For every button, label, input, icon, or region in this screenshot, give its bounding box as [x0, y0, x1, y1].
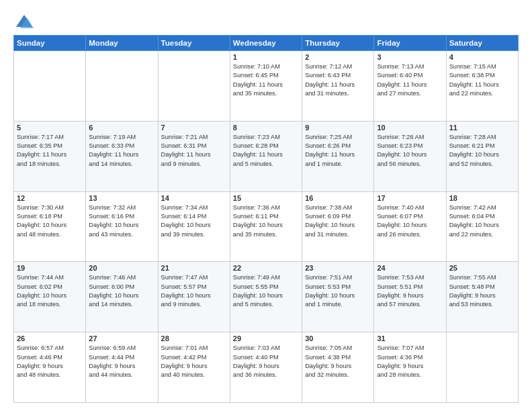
cell-day-23: 23Sunrise: 7:51 AM Sunset: 5:53 PM Dayli…	[302, 262, 374, 332]
day-number: 22	[233, 264, 299, 272]
cell-day-24: 24Sunrise: 7:53 AM Sunset: 5:51 PM Dayli…	[374, 262, 446, 332]
cell-info: Sunrise: 7:28 AM Sunset: 6:21 PM Dayligh…	[449, 133, 515, 169]
cell-info: Sunrise: 7:42 AM Sunset: 6:04 PM Dayligh…	[449, 203, 515, 239]
cell-info: Sunrise: 6:57 AM Sunset: 4:46 PM Dayligh…	[17, 344, 83, 379]
weekday-header-friday: Friday	[374, 36, 446, 51]
day-number: 31	[377, 334, 443, 342]
cell-info: Sunrise: 7:38 AM Sunset: 6:09 PM Dayligh…	[305, 203, 371, 239]
cell-day-13: 13Sunrise: 7:32 AM Sunset: 6:16 PM Dayli…	[86, 191, 158, 262]
day-number: 29	[233, 334, 299, 342]
weekday-header-monday: Monday	[86, 36, 158, 51]
day-number: 3	[377, 53, 443, 61]
cell-day-14: 14Sunrise: 7:34 AM Sunset: 6:14 PM Dayli…	[158, 191, 230, 262]
cell-day-27: 27Sunrise: 6:59 AM Sunset: 4:44 PM Dayli…	[86, 332, 158, 403]
week-row-3: 12Sunrise: 7:30 AM Sunset: 6:18 PM Dayli…	[14, 191, 519, 262]
cell-info: Sunrise: 7:51 AM Sunset: 5:53 PM Dayligh…	[305, 273, 371, 309]
cell-info: Sunrise: 7:46 AM Sunset: 6:00 PM Dayligh…	[89, 273, 154, 309]
cell-day-28: 28Sunrise: 7:01 AM Sunset: 4:42 PM Dayli…	[158, 332, 230, 403]
logo-icon	[15, 12, 34, 31]
cell-info: Sunrise: 7:01 AM Sunset: 4:42 PM Dayligh…	[161, 344, 227, 379]
cell-day-9: 9Sunrise: 7:25 AM Sunset: 6:26 PM Daylig…	[302, 121, 374, 191]
cell-info: Sunrise: 7:25 AM Sunset: 6:26 PM Dayligh…	[305, 133, 371, 169]
week-row-5: 26Sunrise: 6:57 AM Sunset: 4:46 PM Dayli…	[14, 332, 519, 403]
cell-day-8: 8Sunrise: 7:23 AM Sunset: 6:28 PM Daylig…	[230, 121, 302, 191]
weekday-header-sunday: Sunday	[14, 36, 86, 51]
cell-day-26: 26Sunrise: 6:57 AM Sunset: 4:46 PM Dayli…	[14, 332, 86, 403]
cell-info: Sunrise: 7:44 AM Sunset: 6:02 PM Dayligh…	[17, 273, 83, 309]
cell-info: Sunrise: 7:49 AM Sunset: 5:55 PM Dayligh…	[233, 273, 299, 309]
cell-info: Sunrise: 7:55 AM Sunset: 5:48 PM Dayligh…	[449, 273, 515, 309]
day-number: 24	[377, 264, 443, 272]
day-number: 9	[305, 124, 371, 132]
cell-day-empty	[86, 51, 158, 122]
header	[13, 12, 519, 28]
day-number: 27	[89, 334, 154, 342]
cell-info: Sunrise: 7:36 AM Sunset: 6:11 PM Dayligh…	[233, 203, 299, 239]
day-number: 7	[161, 124, 227, 132]
cell-day-2: 2Sunrise: 7:12 AM Sunset: 6:43 PM Daylig…	[302, 51, 374, 122]
weekday-header-saturday: Saturday	[446, 36, 518, 51]
cell-info: Sunrise: 7:23 AM Sunset: 6:28 PM Dayligh…	[233, 133, 299, 169]
day-number: 21	[161, 264, 227, 272]
cell-info: Sunrise: 7:15 AM Sunset: 6:38 PM Dayligh…	[449, 62, 515, 98]
day-number: 12	[17, 194, 83, 202]
day-number: 15	[233, 194, 299, 202]
cell-day-empty	[14, 51, 86, 122]
day-number: 28	[161, 334, 227, 342]
cell-day-4: 4Sunrise: 7:15 AM Sunset: 6:38 PM Daylig…	[446, 51, 518, 122]
cell-info: Sunrise: 7:21 AM Sunset: 6:31 PM Dayligh…	[161, 133, 227, 169]
cell-day-10: 10Sunrise: 7:26 AM Sunset: 6:23 PM Dayli…	[374, 121, 446, 191]
cell-info: Sunrise: 7:13 AM Sunset: 6:40 PM Dayligh…	[377, 62, 443, 98]
day-number: 20	[89, 264, 154, 272]
cell-day-5: 5Sunrise: 7:17 AM Sunset: 6:35 PM Daylig…	[14, 121, 86, 191]
cell-day-30: 30Sunrise: 7:05 AM Sunset: 4:38 PM Dayli…	[302, 332, 374, 403]
weekday-header-wednesday: Wednesday	[230, 36, 302, 51]
day-number: 16	[305, 194, 371, 202]
day-number: 5	[17, 124, 83, 132]
cell-day-29: 29Sunrise: 7:03 AM Sunset: 4:40 PM Dayli…	[230, 332, 302, 403]
cell-day-1: 1Sunrise: 7:10 AM Sunset: 6:45 PM Daylig…	[230, 51, 302, 122]
cell-day-empty	[446, 332, 518, 403]
cell-info: Sunrise: 7:07 AM Sunset: 4:36 PM Dayligh…	[377, 344, 443, 379]
day-number: 23	[305, 264, 371, 272]
cell-info: Sunrise: 7:12 AM Sunset: 6:43 PM Dayligh…	[305, 62, 371, 98]
cell-info: Sunrise: 7:10 AM Sunset: 6:45 PM Dayligh…	[233, 62, 299, 98]
cell-info: Sunrise: 7:03 AM Sunset: 4:40 PM Dayligh…	[233, 344, 299, 379]
day-number: 8	[233, 124, 299, 132]
cell-day-empty	[158, 51, 230, 122]
cell-info: Sunrise: 7:47 AM Sunset: 5:57 PM Dayligh…	[161, 273, 227, 309]
day-number: 1	[233, 53, 299, 61]
cell-info: Sunrise: 7:17 AM Sunset: 6:35 PM Dayligh…	[17, 133, 83, 169]
cell-info: Sunrise: 7:34 AM Sunset: 6:14 PM Dayligh…	[161, 203, 227, 239]
weekday-header-tuesday: Tuesday	[158, 36, 230, 51]
weekday-header-row: SundayMondayTuesdayWednesdayThursdayFrid…	[14, 36, 519, 51]
cell-day-20: 20Sunrise: 7:46 AM Sunset: 6:00 PM Dayli…	[86, 262, 158, 332]
weekday-header-thursday: Thursday	[302, 36, 374, 51]
cell-day-7: 7Sunrise: 7:21 AM Sunset: 6:31 PM Daylig…	[158, 121, 230, 191]
day-number: 10	[377, 124, 443, 132]
day-number: 13	[89, 194, 154, 202]
cell-day-15: 15Sunrise: 7:36 AM Sunset: 6:11 PM Dayli…	[230, 191, 302, 262]
cell-day-19: 19Sunrise: 7:44 AM Sunset: 6:02 PM Dayli…	[14, 262, 86, 332]
day-number: 11	[449, 124, 515, 132]
cell-day-12: 12Sunrise: 7:30 AM Sunset: 6:18 PM Dayli…	[14, 191, 86, 262]
day-number: 19	[17, 264, 83, 272]
day-number: 14	[161, 194, 227, 202]
cell-day-31: 31Sunrise: 7:07 AM Sunset: 4:36 PM Dayli…	[374, 332, 446, 403]
day-number: 17	[377, 194, 443, 202]
cell-day-11: 11Sunrise: 7:28 AM Sunset: 6:21 PM Dayli…	[446, 121, 518, 191]
cell-day-16: 16Sunrise: 7:38 AM Sunset: 6:09 PM Dayli…	[302, 191, 374, 262]
cell-info: Sunrise: 7:05 AM Sunset: 4:38 PM Dayligh…	[305, 344, 371, 379]
day-number: 2	[305, 53, 371, 61]
cell-info: Sunrise: 7:32 AM Sunset: 6:16 PM Dayligh…	[89, 203, 154, 239]
cell-info: Sunrise: 6:59 AM Sunset: 4:44 PM Dayligh…	[89, 344, 154, 379]
day-number: 25	[449, 264, 515, 272]
cell-info: Sunrise: 7:19 AM Sunset: 6:33 PM Dayligh…	[89, 133, 154, 169]
cell-day-3: 3Sunrise: 7:13 AM Sunset: 6:40 PM Daylig…	[374, 51, 446, 122]
cell-info: Sunrise: 7:30 AM Sunset: 6:18 PM Dayligh…	[17, 203, 83, 239]
day-number: 30	[305, 334, 371, 342]
week-row-4: 19Sunrise: 7:44 AM Sunset: 6:02 PM Dayli…	[14, 262, 519, 332]
calendar: SundayMondayTuesdayWednesdayThursdayFrid…	[13, 35, 519, 403]
day-number: 18	[449, 194, 515, 202]
day-number: 6	[89, 124, 154, 132]
